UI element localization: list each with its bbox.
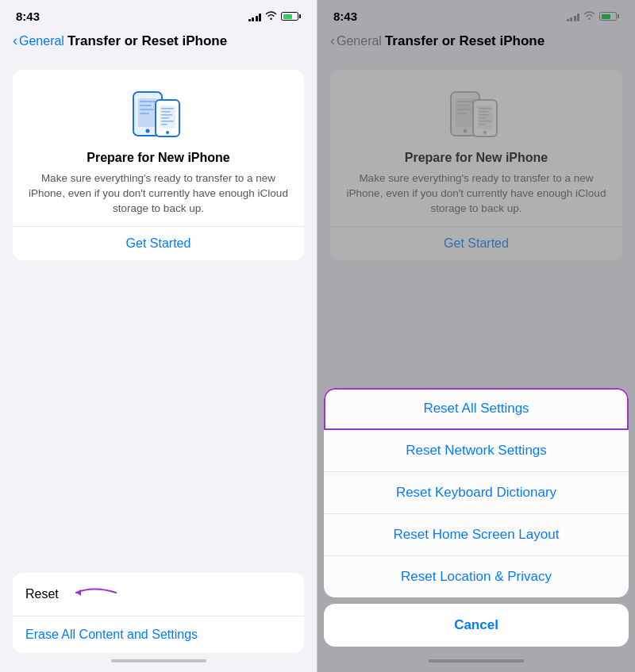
left-card-description: Make sure everything's ready to transfer… — [25, 171, 291, 217]
cancel-button[interactable]: Cancel — [324, 604, 629, 647]
reset-network-settings-button[interactable]: Reset Network Settings — [324, 430, 629, 472]
iphone-transfer-illustration — [127, 86, 190, 141]
reset-keyboard-dictionary-label: Reset Keyboard Dictionary — [396, 485, 556, 500]
wifi-icon — [265, 10, 277, 22]
svg-rect-3 — [140, 101, 156, 102]
reset-network-settings-label: Reset Network Settings — [406, 443, 547, 458]
left-bottom-section: Reset Erase All Content and Settings — [0, 573, 317, 653]
svg-rect-14 — [161, 121, 174, 122]
reset-keyboard-dictionary-button[interactable]: Reset Keyboard Dictionary — [324, 472, 629, 514]
svg-marker-16 — [76, 589, 81, 596]
left-reset-card: Reset Erase All Content and Settings — [13, 573, 304, 653]
left-status-time: 8:43 — [16, 10, 40, 23]
left-status-bar: 8:43 — [0, 0, 317, 29]
svg-rect-11 — [161, 111, 171, 113]
left-page-title: Transfer or Reset iPhone — [67, 33, 227, 49]
left-reset-button[interactable]: Reset — [13, 573, 304, 616]
left-erase-button[interactable]: Erase All Content and Settings — [13, 616, 304, 653]
action-sheet-overlay: Reset All Settings Reset Network Setting… — [318, 0, 635, 672]
left-status-icons — [248, 10, 302, 22]
arrow-annotation — [70, 584, 117, 605]
signal-icon — [248, 12, 262, 21]
left-nav-bar: ‹ General Transfer or Reset iPhone — [0, 29, 317, 57]
right-home-indicator — [318, 653, 635, 672]
reset-all-settings-label: Reset All Settings — [423, 401, 529, 416]
action-sheet: Reset All Settings Reset Network Setting… — [324, 388, 629, 647]
reset-home-screen-layout-button[interactable]: Reset Home Screen Layout — [324, 514, 629, 556]
reset-all-settings-button[interactable]: Reset All Settings — [324, 388, 629, 430]
svg-rect-6 — [140, 113, 149, 114]
action-sheet-main-group: Reset All Settings Reset Network Setting… — [324, 388, 629, 597]
reset-home-screen-layout-label: Reset Home Screen Layout — [394, 527, 560, 542]
reset-location-privacy-button[interactable]: Reset Location & Privacy — [324, 556, 629, 597]
svg-rect-12 — [161, 114, 172, 116]
left-back-label: General — [19, 34, 64, 48]
left-home-bar — [111, 659, 206, 662]
svg-rect-10 — [161, 108, 174, 109]
left-prepare-card: Prepare for New iPhone Make sure everyth… — [13, 70, 304, 260]
left-get-started-button[interactable]: Get Started — [25, 227, 291, 260]
left-panel: 8:43 — [0, 0, 318, 672]
left-card-title: Prepare for New iPhone — [87, 151, 230, 165]
right-home-bar — [429, 659, 524, 662]
left-content-area: Prepare for New iPhone Make sure everyth… — [0, 57, 317, 573]
left-home-indicator — [0, 653, 317, 672]
battery-icon — [281, 12, 301, 21]
svg-rect-4 — [140, 105, 152, 106]
svg-point-9 — [166, 131, 169, 134]
svg-rect-15 — [161, 124, 167, 125]
svg-rect-13 — [161, 117, 169, 119]
left-back-button[interactable]: ‹ General — [13, 33, 64, 49]
svg-rect-5 — [140, 109, 154, 110]
left-reset-label: Reset — [25, 587, 59, 601]
right-panel: 8:43 — [318, 0, 635, 672]
chevron-left-icon: ‹ — [13, 33, 17, 49]
reset-location-privacy-label: Reset Location & Privacy — [401, 569, 552, 584]
svg-point-2 — [145, 129, 149, 133]
